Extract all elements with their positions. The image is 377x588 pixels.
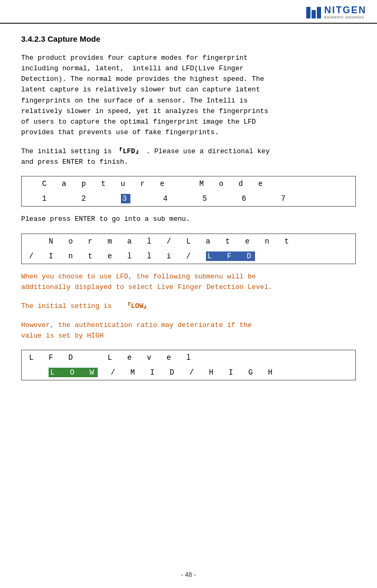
capture-mode-display: C a p t u r e M o d e 1 2 3 4 5 6 7 xyxy=(21,176,356,207)
page-footer: - 48 - xyxy=(0,571,377,578)
lfd-row2: L O W / M I D / H I G H xyxy=(22,365,355,380)
section-title: 3.4.2.3 Capture Mode xyxy=(21,34,356,43)
mode-row1: N o r m a l / L a t e n t xyxy=(22,234,355,249)
lfd-highlight: L O W xyxy=(49,368,98,377)
paragraph-5: The initial setting is 『LOW』 xyxy=(21,301,356,312)
lfd-level-display: L F D L e v e l L O W / M I D / H I G H xyxy=(21,350,356,380)
p3-text: Please press ENTER to go into a sub menu… xyxy=(21,215,190,223)
logo-icon xyxy=(306,7,321,18)
mode-row2: / I n t e l l i / L F D xyxy=(22,249,355,264)
page-header: NITGEN biometric solutions xyxy=(0,0,377,24)
capture-mode-highlight: 3 xyxy=(121,194,130,203)
p5-bracket-open: 『 xyxy=(124,302,131,310)
page-number: - 48 - xyxy=(181,571,196,578)
logo-text: NITGEN biometric solutions xyxy=(324,5,366,20)
p5-highlight: LOW xyxy=(131,302,143,310)
logo-tagline: biometric solutions xyxy=(324,15,364,20)
capture-mode-row2: 1 2 3 4 5 6 7 xyxy=(22,191,355,206)
paragraph-4: When you choose to use LFD, the followin… xyxy=(21,272,356,293)
lfd-row1: L F D L e v e l xyxy=(22,350,355,365)
p2-highlight: LFD xyxy=(122,147,135,155)
logo-name: NITGEN xyxy=(324,5,366,15)
logo-area: NITGEN biometric solutions xyxy=(306,5,366,20)
paragraph-6: However, the authentication ratio may de… xyxy=(21,320,356,341)
mode-select-display: N o r m a l / L a t e n t / I n t e l l … xyxy=(21,234,356,264)
mode-highlight: L F D xyxy=(206,251,255,261)
p5-bracket-close: 』 xyxy=(143,302,150,310)
p2-prefix: The initial setting is xyxy=(21,147,116,155)
capture-mode-row1: C a p t u r e M o d e xyxy=(22,176,355,191)
main-content: 3.4.2.3 Capture Mode The product provide… xyxy=(0,24,377,398)
p5-prefix: The initial setting is xyxy=(21,302,124,310)
paragraph-1: The product provides four capture modes … xyxy=(21,53,356,138)
p2-bracket-open: 『 xyxy=(116,147,122,155)
paragraph-3: Please press ENTER to go into a sub menu… xyxy=(21,214,356,225)
paragraph-2: The initial setting is 『LFD』 . Please us… xyxy=(21,146,356,167)
p2-bracket-close: 』 xyxy=(135,147,142,155)
